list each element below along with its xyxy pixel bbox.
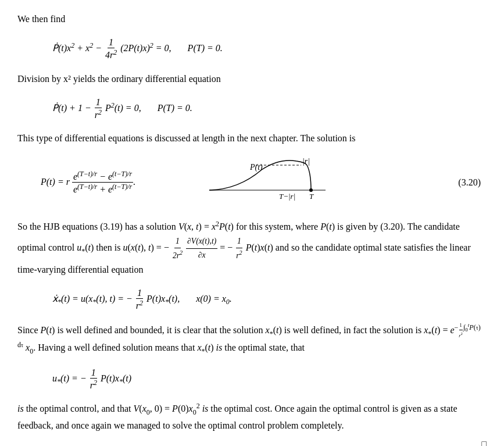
equation-2: Ṗ(t) + 1 − 1 r2 P2(t) = 0, P(T) = 0. [52,97,487,120]
svg-text:T: T [309,192,314,201]
equation-3-row: P(t) = r e(T−t)/r − e(t−T)/r e(T−t)/r + … [17,152,487,213]
graph-320: P(t) |r| T−|r| T [203,152,452,213]
proof-end: □ [17,440,487,447]
eq3-intro: This type of differential equations is d… [17,131,487,146]
hjb-paragraph: So the HJB equations (3.19) has a soluti… [17,219,487,277]
eq2-intro: Division by x² yields the ordinary diffe… [17,72,487,87]
eq3-formula: P(t) = r e(T−t)/r − e(t−T)/r e(T−t)/r + … [41,170,192,195]
intro-text: We then find [17,12,487,27]
eq3-number: (3.20) [458,177,487,188]
main-content: We then find Ṗ(t)x2 + x2 − 1 4r2 (2P(t)x… [17,12,487,446]
equation-xdot: ẋ*(t) = u(x*(t), t) = − 1 r2 P(t)x*(t), … [52,288,487,311]
equation-1: Ṗ(t)x2 + x2 − 1 4r2 (2P(t)x)2 = 0, P(T) … [52,37,487,60]
para-welldef: Since P(t) is well defined and bounded, … [17,321,487,358]
equation-ustar: u*(t) = − 1 r2 P(t)x*(t) [52,367,487,391]
final-para: is the optimal control, and that V(x0, 0… [17,401,487,434]
svg-text:T−|r|: T−|r| [279,192,295,201]
